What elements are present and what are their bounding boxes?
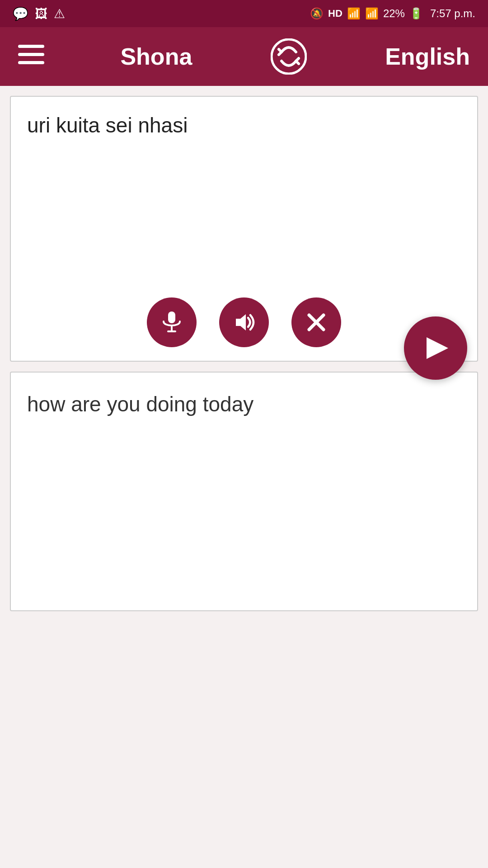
app-bar: Shona English bbox=[0, 27, 488, 86]
speaker-icon bbox=[232, 311, 256, 334]
hd-icon: HD bbox=[328, 8, 343, 19]
send-translate-button[interactable] bbox=[404, 316, 467, 380]
svg-rect-1 bbox=[18, 53, 44, 56]
whatsapp-icon: 💬 bbox=[13, 6, 28, 21]
svg-rect-4 bbox=[168, 311, 175, 323]
svg-point-3 bbox=[272, 39, 306, 74]
svg-marker-7 bbox=[236, 314, 246, 330]
microphone-button[interactable] bbox=[147, 297, 197, 347]
hamburger-menu-button[interactable] bbox=[18, 45, 44, 68]
output-panel: how are you doing today bbox=[10, 372, 478, 611]
clear-icon bbox=[305, 311, 328, 334]
target-language-label[interactable]: English bbox=[385, 43, 470, 70]
time-display: 7:57 p.m. bbox=[430, 7, 475, 20]
source-language-label[interactable]: Shona bbox=[120, 43, 192, 70]
input-panel bbox=[10, 96, 478, 362]
action-buttons-row bbox=[11, 288, 477, 361]
status-right-icons: 🔕 HD 📶 📶 22% 🔋 7:57 p.m. bbox=[310, 7, 475, 20]
svg-marker-10 bbox=[427, 337, 448, 359]
main-content: how are you doing today bbox=[0, 86, 488, 868]
speaker-button[interactable] bbox=[219, 297, 269, 347]
send-icon bbox=[423, 334, 452, 363]
microphone-icon bbox=[160, 311, 183, 334]
battery-percent: 22% bbox=[383, 7, 405, 20]
source-text-input[interactable] bbox=[11, 97, 477, 287]
clear-button[interactable] bbox=[291, 297, 341, 347]
warning-icon: ⚠ bbox=[54, 6, 65, 21]
svg-rect-2 bbox=[18, 61, 44, 64]
swap-languages-button[interactable] bbox=[268, 36, 309, 77]
status-bar: 💬 🖼 ⚠ 🔕 HD 📶 📶 22% 🔋 7:57 p.m. bbox=[0, 0, 488, 27]
signal-icon: 📶 bbox=[347, 7, 361, 20]
signal2-icon: 📶 bbox=[365, 7, 379, 20]
translated-text: how are you doing today bbox=[27, 389, 461, 420]
silent-icon: 🔕 bbox=[310, 7, 324, 20]
image-icon: 🖼 bbox=[35, 6, 47, 21]
status-left-icons: 💬 🖼 ⚠ bbox=[13, 6, 65, 21]
svg-rect-0 bbox=[18, 45, 44, 48]
battery-icon: 🔋 bbox=[409, 7, 423, 20]
